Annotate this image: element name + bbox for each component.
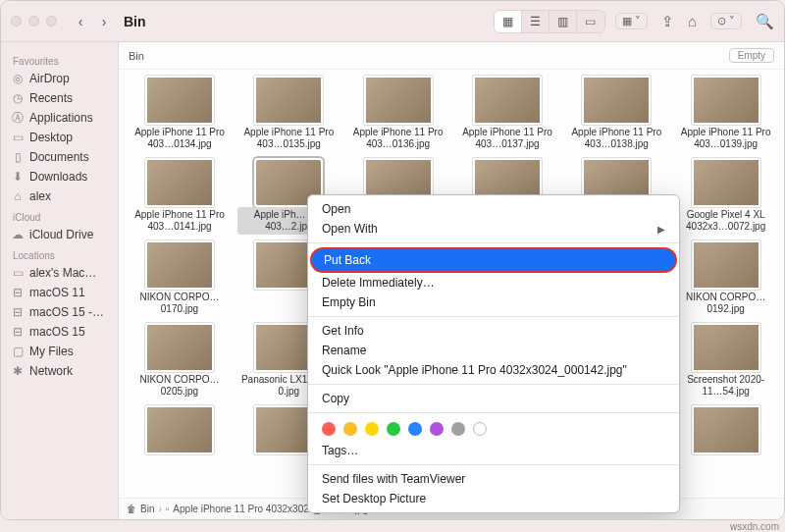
nav-arrows: ‹ › [71, 14, 114, 29]
ctx-copy[interactable]: Copy [308, 389, 679, 408]
tag-grey[interactable] [451, 422, 465, 436]
forward-button[interactable]: › [94, 14, 114, 29]
sidebar-item-disk[interactable]: ⊟macOS 15 -… [1, 302, 118, 322]
group-button[interactable]: ▦ ˅ [615, 13, 648, 29]
sidebar-heading: Locations [1, 244, 118, 263]
sidebar-item-home[interactable]: ⌂alex [1, 186, 118, 206]
sidebar-item-applications[interactable]: ⒶApplications [1, 108, 118, 128]
ctx-delete-immediately[interactable]: Delete Immediately… [308, 273, 679, 293]
mac-icon: ▭ [11, 266, 25, 280]
file-label: NIKON CORPO…0192.jpg [675, 290, 777, 317]
file-tile[interactable]: Google Pixel 4 XL 4032x3…0072.jpg [673, 158, 779, 235]
ctx-quick-look[interactable]: Quick Look "Apple iPhone 11 Pro 4032x302… [308, 360, 679, 380]
sidebar-item-mac[interactable]: ▭alex's Mac… [1, 263, 118, 283]
tag-purple[interactable] [430, 422, 444, 436]
desktop-icon: ▭ [11, 131, 25, 144]
tag-green[interactable] [387, 422, 400, 436]
sidebar-item-icloud[interactable]: ☁iCloud Drive [1, 225, 118, 244]
tag-icon[interactable]: ⌂ [688, 13, 697, 29]
sidebar-item-airdrop[interactable]: ◎AirDrop [1, 69, 118, 88]
file-thumbnail [145, 323, 214, 372]
sidebar-item-disk[interactable]: ⊟macOS 15 [1, 322, 118, 342]
ctx-get-info[interactable]: Get Info [308, 321, 679, 341]
tag-red[interactable] [322, 422, 336, 436]
sidebar-item-downloads[interactable]: ⬇Downloads [1, 167, 118, 186]
file-tile[interactable]: Screenshot 2020-11…54.jpg [673, 323, 779, 399]
file-label [723, 454, 729, 458]
search-icon[interactable]: 🔍 [756, 13, 774, 30]
list-view-button[interactable]: ☰ [522, 11, 550, 32]
file-thumbnail [692, 405, 760, 454]
tag-blue[interactable] [408, 422, 422, 436]
file-tile[interactable]: Apple iPhone 11 Pro 403…0135.jpg [236, 76, 341, 152]
sidebar-heading: iCloud [1, 206, 118, 225]
file-tile[interactable] [673, 405, 779, 458]
gallery-view-button[interactable]: ▭ [577, 11, 604, 32]
ctx-separator [308, 464, 679, 465]
file-label: NIKON CORPO…0170.jpg [129, 290, 231, 317]
file-thumbnail [582, 76, 651, 125]
file-tile[interactable]: Apple iPhone 11 Pro 403…0134.jpg [127, 76, 233, 152]
ctx-open[interactable]: Open [308, 199, 679, 219]
watermark: wsxdn.com [730, 521, 779, 532]
close-window[interactable] [11, 16, 22, 27]
sidebar-item-recents[interactable]: ◷Recents [1, 88, 118, 108]
file-label: Apple iPhone 11 Pro 403…0141.jpg [129, 207, 231, 235]
ctx-put-back[interactable]: Put Back [310, 247, 677, 273]
file-thumbnail [145, 240, 214, 290]
action-button[interactable]: ⊙ ˅ [710, 13, 742, 29]
location-folder: Bin [129, 50, 144, 62]
file-tile[interactable]: NIKON CORPO…0192.jpg [673, 240, 779, 317]
ctx-tag-colors [308, 417, 679, 441]
file-label [177, 454, 183, 458]
file-tile[interactable]: Apple iPhone 11 Pro 403…0138.jpg [563, 76, 669, 152]
file-tile[interactable]: Apple iPhone 11 Pro 403…0139.jpg [673, 76, 779, 152]
ctx-open-with[interactable]: Open With▶ [308, 219, 679, 239]
ctx-rename[interactable]: Rename [308, 341, 679, 360]
back-button[interactable]: ‹ [71, 14, 90, 29]
tag-orange[interactable] [343, 422, 357, 436]
file-tile[interactable]: Apple iPhone 11 Pro 403…0141.jpg [127, 158, 233, 235]
file-thumbnail [692, 323, 760, 372]
sidebar-item-disk[interactable]: ⊟macOS 11 [1, 283, 118, 302]
ctx-set-desktop[interactable]: Set Desktop Picture [308, 489, 679, 508]
file-tile[interactable]: Apple iPhone 11 Pro 403…0136.jpg [345, 76, 451, 152]
home-icon: ⌂ [11, 189, 25, 203]
column-view-button[interactable]: ▥ [550, 11, 577, 32]
minimize-window[interactable] [28, 16, 39, 27]
sidebar-item-myfiles[interactable]: ▢My Files [1, 342, 118, 361]
ctx-teamviewer[interactable]: Send files with TeamViewer [308, 469, 679, 489]
ctx-separator [308, 242, 679, 243]
view-switcher[interactable]: ▦ ☰ ▥ ▭ [494, 10, 605, 33]
recents-icon: ◷ [11, 91, 25, 105]
ctx-tags[interactable]: Tags… [308, 441, 679, 460]
tag-none[interactable] [473, 422, 487, 436]
file-label [286, 290, 291, 293]
sidebar-item-network[interactable]: ✱Network [1, 361, 118, 381]
sidebar-item-documents[interactable]: ▯Documents [1, 147, 118, 167]
file-tile[interactable]: Apple iPhone 11 Pro 403…0137.jpg [454, 76, 560, 152]
file-thumbnail [692, 240, 760, 290]
file-tile[interactable] [127, 405, 233, 458]
file-label: Apple iPhone 11 Pro 403…0136.jpg [347, 125, 449, 152]
file-tile[interactable]: NIKON CORPO…0170.jpg [127, 240, 233, 317]
ctx-empty-bin[interactable]: Empty Bin [308, 293, 679, 312]
icon-view-button[interactable]: ▦ [495, 11, 522, 32]
path-root[interactable]: Bin [140, 504, 154, 514]
empty-bin-button[interactable]: Empty [729, 48, 774, 63]
file-thumbnail [145, 158, 214, 207]
file-label: Apple iPhone 11 Pro 403…0137.jpg [456, 125, 558, 152]
ctx-separator [308, 316, 679, 317]
tag-yellow[interactable] [365, 422, 379, 436]
sidebar-item-desktop[interactable]: ▭Desktop [1, 128, 118, 147]
disk-icon: ⊟ [11, 325, 25, 339]
file-tile[interactable]: NIKON CORPO…0205.jpg [127, 323, 233, 399]
file-label: Apple iPhone 11 Pro 403…0139.jpg [675, 125, 777, 152]
zoom-window[interactable] [46, 16, 57, 27]
file-label: Apple iPhone 11 Pro 403…0134.jpg [129, 125, 231, 152]
share-icon[interactable]: ⇪ [661, 13, 674, 30]
file-label: Screenshot 2020-11…54.jpg [675, 372, 777, 399]
trash-icon: 🗑 [127, 504, 136, 514]
downloads-icon: ⬇ [11, 170, 25, 184]
apps-icon: Ⓐ [11, 111, 25, 125]
